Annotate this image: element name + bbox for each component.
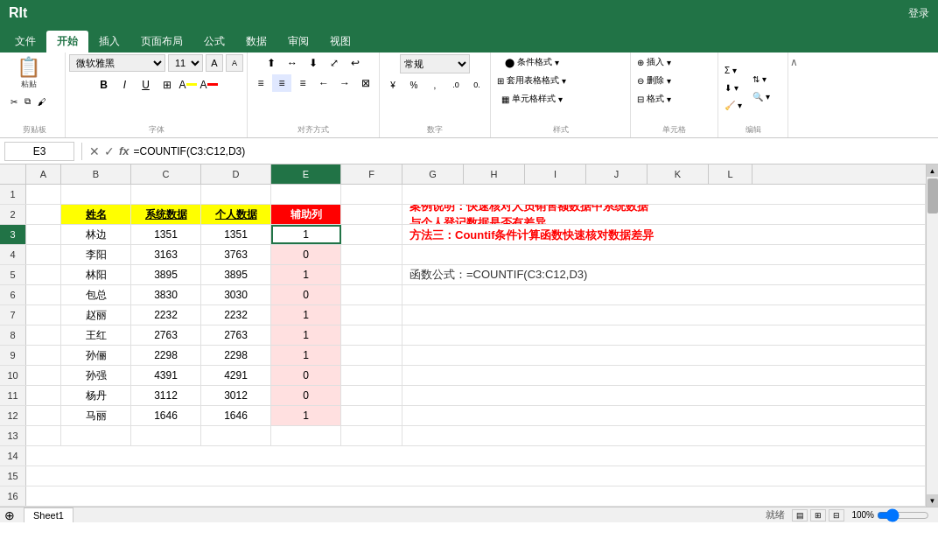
percent-button[interactable]: % — [404, 76, 424, 94]
align-center-button[interactable]: ≡ — [272, 74, 291, 92]
cell-rest-7[interactable] — [402, 305, 926, 325]
cell-b10[interactable]: 孙强 — [61, 366, 131, 385]
row-num-3[interactable]: 3 — [0, 225, 26, 244]
cell-f6[interactable] — [341, 285, 402, 304]
text-direction-button[interactable]: ⤢ — [325, 54, 344, 72]
cell-e13[interactable] — [271, 426, 341, 445]
cell-rest-16[interactable] — [26, 486, 926, 506]
paste-button[interactable]: 📋 粘贴 — [13, 54, 44, 92]
col-header-h[interactable]: H — [464, 164, 525, 184]
cell-a1[interactable] — [26, 185, 61, 204]
cell-e11[interactable]: 0 — [271, 386, 341, 405]
cell-f12[interactable] — [341, 406, 402, 425]
font-increase-button[interactable]: A — [206, 54, 223, 72]
cell-b12[interactable]: 马丽 — [61, 406, 131, 425]
row-num-6[interactable]: 6 — [0, 285, 26, 304]
cell-a7[interactable] — [26, 305, 61, 325]
formula-cancel-icon[interactable]: ✕ — [89, 144, 100, 158]
cell-e3[interactable]: 1 — [271, 225, 341, 244]
row-num-14[interactable]: 14 — [0, 446, 26, 466]
cell-e6[interactable]: 0 — [271, 285, 341, 304]
normal-view-button[interactable]: ▤ — [792, 509, 808, 522]
cell-reference-input[interactable]: E3 — [4, 142, 74, 161]
col-header-a[interactable]: A — [26, 164, 61, 184]
cell-a11[interactable] — [26, 386, 61, 405]
align-top-button[interactable]: ⬆ — [262, 54, 281, 72]
sheet-tab-1[interactable]: Sheet1 — [24, 508, 74, 522]
row-num-12[interactable]: 12 — [0, 406, 26, 425]
cell-b11[interactable]: 杨丹 — [61, 386, 131, 405]
scroll-down-button[interactable]: ▼ — [927, 494, 939, 507]
font-decrease-button[interactable]: A — [226, 54, 243, 72]
sort-filter-button[interactable]: ⇅▾ — [750, 72, 773, 88]
insert-button[interactable]: ⊕ 插入 ▾ — [634, 54, 674, 70]
cell-c2-header[interactable]: 系统数据 — [131, 205, 201, 224]
cell-d12[interactable]: 1646 — [201, 406, 271, 425]
font-color-button[interactable]: A — [200, 76, 219, 94]
cell-a9[interactable] — [26, 346, 61, 365]
cell-rest-11[interactable] — [402, 386, 926, 405]
cell-d6[interactable]: 3030 — [201, 285, 271, 304]
cell-d9[interactable]: 2298 — [201, 346, 271, 365]
row-num-13[interactable]: 13 — [0, 426, 26, 445]
merge-center-button[interactable]: ⊠ — [356, 74, 375, 92]
page-break-view-button[interactable]: ⊟ — [829, 509, 844, 522]
format-button[interactable]: ⊟ 格式 ▾ — [634, 91, 674, 107]
cell-c11[interactable]: 3112 — [131, 386, 201, 405]
cell-rest-8[interactable] — [402, 326, 926, 345]
tab-pagelayout[interactable]: 页面布局 — [130, 31, 193, 52]
font-size-select[interactable]: 11 — [168, 54, 203, 72]
clear-button[interactable]: 🧹▾ — [722, 98, 745, 114]
cell-a13[interactable] — [26, 426, 61, 445]
cell-rest-10[interactable] — [402, 366, 926, 385]
cell-b8[interactable]: 王红 — [61, 326, 131, 345]
find-select-button[interactable]: 🔍▾ — [750, 89, 773, 105]
row-num-7[interactable]: 7 — [0, 305, 26, 325]
row-num-5[interactable]: 5 — [0, 265, 26, 284]
cell-e4[interactable]: 0 — [271, 245, 341, 264]
col-header-e[interactable]: E — [271, 164, 341, 184]
sum-button[interactable]: Σ▾ — [722, 63, 745, 79]
cell-f9[interactable] — [341, 346, 402, 365]
cell-b3[interactable]: 林边 — [61, 225, 131, 244]
cell-rest-12[interactable] — [402, 406, 926, 425]
cell-a5[interactable] — [26, 265, 61, 284]
decrease-indent-button[interactable]: ← — [314, 74, 333, 92]
cell-c10[interactable]: 4391 — [131, 366, 201, 385]
col-header-j[interactable]: J — [586, 164, 648, 184]
cell-d13[interactable] — [201, 426, 271, 445]
cell-e9[interactable]: 1 — [271, 346, 341, 365]
col-header-g[interactable]: G — [402, 164, 464, 184]
cell-b1[interactable] — [61, 185, 131, 204]
increase-indent-button[interactable]: → — [335, 74, 354, 92]
cell-d3[interactable]: 1351 — [201, 225, 271, 244]
cell-b4[interactable]: 李阳 — [61, 245, 131, 264]
cell-rest-14[interactable] — [26, 446, 926, 466]
col-header-d[interactable]: D — [201, 164, 271, 184]
scrollbar-thumb[interactable] — [928, 178, 938, 214]
italic-button[interactable]: I — [116, 76, 135, 94]
row-num-11[interactable]: 11 — [0, 386, 26, 405]
formula-confirm-icon[interactable]: ✓ — [104, 144, 115, 158]
underline-button[interactable]: U — [136, 76, 156, 94]
increase-decimal-button[interactable]: .0 — [446, 76, 466, 94]
tab-formula[interactable]: 公式 — [193, 31, 235, 52]
cell-b5[interactable]: 林阳 — [61, 265, 131, 284]
align-bottom-button[interactable]: ⬇ — [304, 54, 323, 72]
fx-icon[interactable]: fx — [119, 144, 130, 158]
cell-b6[interactable]: 包总 — [61, 285, 131, 304]
cell-rest-2[interactable]: 案例说明：快速核对人员销售额数据中系统数据 与个人登记数据是否有差异 — [402, 205, 926, 224]
col-header-b[interactable]: B — [61, 164, 131, 184]
cell-f5[interactable] — [341, 265, 402, 284]
border-button[interactable]: ⊞ — [158, 76, 177, 94]
cell-c5[interactable]: 3895 — [131, 265, 201, 284]
cell-rest-3[interactable]: 方法三：Countif条件计算函数快速核对数据差异 — [402, 225, 926, 244]
col-header-l[interactable]: L — [709, 164, 752, 184]
tab-insert[interactable]: 插入 — [88, 31, 130, 52]
cell-a2[interactable] — [26, 205, 61, 224]
tab-view[interactable]: 视图 — [319, 31, 361, 52]
row-num-10[interactable]: 10 — [0, 366, 26, 385]
zoom-slider[interactable] — [877, 508, 929, 522]
row-num-15[interactable]: 15 — [0, 466, 26, 486]
cell-f1[interactable] — [341, 185, 402, 204]
